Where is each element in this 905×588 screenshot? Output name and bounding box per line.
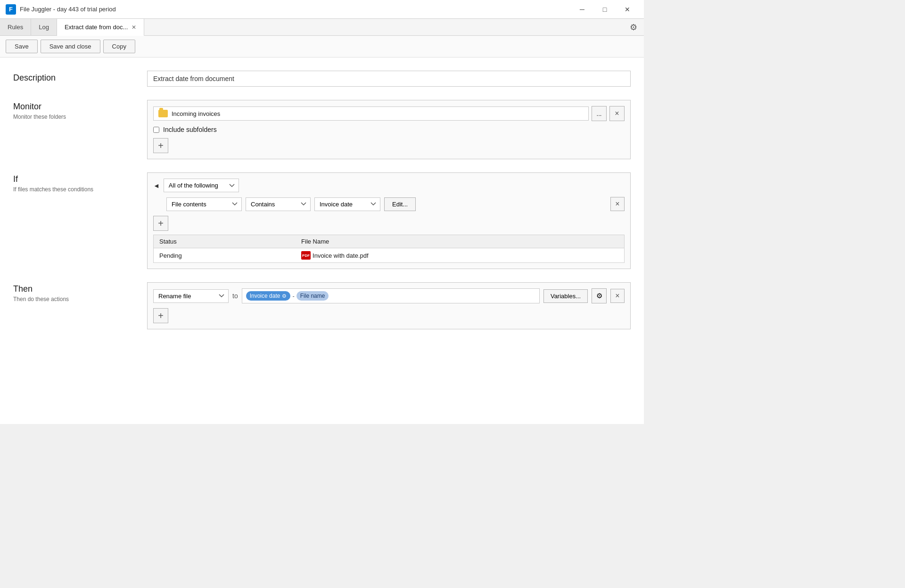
remove-condition-button[interactable]: × [610,197,625,211]
tab-close-icon[interactable]: ✕ [132,24,136,31]
value-dropdown[interactable]: Invoice date Due date Amount [314,197,380,211]
copy-button[interactable]: Copy [103,40,135,53]
condition-row: File contents File name File size Contai… [166,197,625,211]
description-input[interactable] [147,71,631,87]
monitor-content: Incoming invoices ... × Include subfolde… [147,100,631,159]
folder-browse-button[interactable]: ... [592,106,607,121]
edit-condition-button[interactable]: Edit... [384,197,416,211]
folder-icon [158,110,168,117]
tab-log[interactable]: Log [31,19,57,35]
file-name-tag[interactable]: File name [296,291,329,301]
then-content: Rename file Move file Copy file Delete f… [147,282,631,329]
file-name-tag-label: File name [300,293,325,299]
include-subfolders-row: Include subfolders [153,126,625,133]
folder-name-text: Incoming invoices [172,110,220,117]
rename-target[interactable]: Invoice date ⚙ - File name [242,288,540,303]
tab-bar: Rules Log Extract date from doc... ✕ ⚙ [0,19,644,36]
monitor-section: Monitor Monitor these folders Incoming i… [13,100,631,159]
invoice-date-tag-label: Invoice date [250,293,280,299]
window-close-button[interactable]: ✕ [617,2,638,16]
if-content: ◄ All of the following Any of the follow… [147,172,631,269]
title-bar-controls: ─ □ ✕ [571,2,638,16]
maximize-button[interactable]: □ [594,2,616,16]
save-close-button[interactable]: Save and close [41,40,100,53]
if-label: If If files matches these conditions [13,172,136,269]
tab-extract[interactable]: Extract date from doc... ✕ [57,19,144,36]
then-label: Then Then do these actions [13,282,136,329]
col-filename: File Name [296,235,624,248]
tag-separator: - [292,293,294,300]
include-subfolders-label[interactable]: Include subfolders [163,126,217,133]
if-section: If If files matches these conditions ◄ A… [13,172,631,269]
then-section: Then Then do these actions Rename file M… [13,282,631,329]
folder-remove-button[interactable]: × [609,106,625,121]
minimize-button[interactable]: ─ [571,2,593,16]
add-action-button[interactable]: + [153,308,168,323]
main-content: Description Monitor Monitor these folder… [0,57,644,424]
file-contents-dropdown[interactable]: File contents File name File size [166,197,242,211]
invoice-date-gear-icon[interactable]: ⚙ [282,293,287,299]
file-name-cell: PDF Invoice with date.pdf [296,248,624,263]
pdf-icon: PDF [301,251,311,260]
monitor-label: Monitor Monitor these folders [13,100,136,159]
window-title: File Juggler - day 443 of trial period [20,6,116,13]
contains-dropdown[interactable]: Contains Does not contain [246,197,311,211]
title-bar-left: F File Juggler - day 443 of trial period [6,4,116,15]
description-label: Description [13,73,136,83]
title-bar: F File Juggler - day 443 of trial period… [0,0,644,19]
include-subfolders-checkbox[interactable] [153,127,159,133]
then-row: Rename file Move file Copy file Delete f… [153,288,625,303]
add-folder-button[interactable]: + [153,138,168,153]
table-row: Pending PDF Invoice with date.pdf [154,248,625,263]
action-settings-button[interactable]: ⚙ [592,288,607,303]
toolbar: Save Save and close Copy [0,36,644,57]
folder-row: Incoming invoices ... × [153,106,625,121]
invoice-date-tag[interactable]: Invoice date ⚙ [246,291,291,301]
folder-input: Incoming invoices [153,106,589,121]
to-label: to [232,292,238,300]
app-icon: F [6,4,16,15]
remove-action-button[interactable]: × [610,289,625,303]
description-section: Description [13,69,631,87]
file-table: Status File Name Pending PDF Invoice wit… [153,235,625,263]
variables-button[interactable]: Variables... [543,289,588,303]
settings-gear-icon[interactable]: ⚙ [623,19,644,35]
condition-dropdown[interactable]: All of the following Any of the followin… [164,179,239,192]
file-name-text: Invoice with date.pdf [313,252,369,259]
save-button[interactable]: Save [6,40,38,53]
file-status: Pending [154,248,296,263]
tab-rules[interactable]: Rules [0,19,31,35]
if-header: ◄ All of the following Any of the follow… [153,179,625,192]
action-dropdown[interactable]: Rename file Move file Copy file Delete f… [153,289,229,303]
collapse-button[interactable]: ◄ [153,182,160,189]
col-status: Status [154,235,296,248]
add-condition-button[interactable]: + [153,216,168,231]
